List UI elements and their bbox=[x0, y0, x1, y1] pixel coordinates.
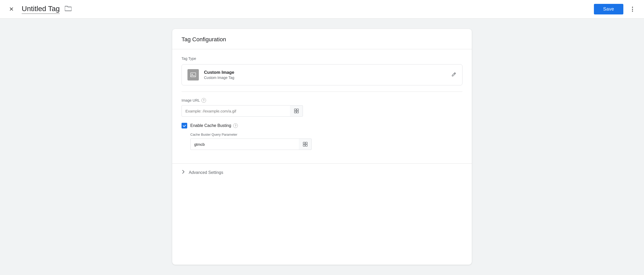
tag-configuration-card: Tag Configuration Tag Type Custom Ima bbox=[172, 29, 472, 265]
tag-type-name: Custom Image bbox=[204, 70, 234, 75]
tag-type-info-left: Custom Image Custom Image Tag bbox=[187, 69, 234, 80]
folder-icon[interactable] bbox=[65, 6, 72, 13]
svg-rect-4 bbox=[294, 111, 296, 113]
header-right: Save ⋮ bbox=[594, 4, 638, 14]
more-vert-icon: ⋮ bbox=[630, 6, 636, 13]
svg-rect-7 bbox=[305, 142, 307, 144]
header: ✕ Untitled Tag Save ⋮ bbox=[0, 0, 644, 19]
image-url-variable-button[interactable] bbox=[290, 105, 303, 117]
card-body: Tag Type Custom Image Custom Image Tag bbox=[172, 49, 472, 163]
save-button[interactable]: Save bbox=[594, 4, 623, 14]
cache-buster-param-label: Cache Buster Query Parameter bbox=[190, 133, 462, 136]
svg-rect-2 bbox=[294, 109, 296, 111]
page-title: Untitled Tag bbox=[22, 5, 60, 14]
svg-rect-5 bbox=[297, 111, 299, 113]
tag-type-details: Custom Image Custom Image Tag bbox=[204, 70, 234, 80]
tag-type-selector[interactable]: Custom Image Custom Image Tag bbox=[182, 64, 462, 85]
cache-busting-help-icon[interactable]: ? bbox=[233, 123, 238, 128]
image-url-input-row bbox=[182, 105, 462, 117]
close-button[interactable]: ✕ bbox=[6, 4, 17, 14]
cache-busting-label-text: Enable Cache Busting bbox=[190, 123, 231, 128]
tag-type-description: Custom Image Tag bbox=[204, 76, 234, 80]
cache-buster-param-variable-button[interactable] bbox=[299, 139, 312, 150]
tag-type-label: Tag Type bbox=[182, 56, 462, 61]
advanced-settings-chevron-icon bbox=[182, 169, 185, 176]
advanced-settings-row[interactable]: Advanced Settings bbox=[172, 163, 472, 181]
main-content: Tag Configuration Tag Type Custom Ima bbox=[0, 19, 644, 275]
cache-busting-checkbox[interactable] bbox=[182, 123, 187, 128]
svg-rect-6 bbox=[303, 142, 305, 144]
advanced-settings-label: Advanced Settings bbox=[189, 170, 223, 175]
svg-rect-9 bbox=[305, 144, 307, 146]
cache-buster-param-input[interactable] bbox=[190, 139, 299, 150]
svg-rect-8 bbox=[303, 144, 305, 146]
cache-buster-param-section: Cache Buster Query Parameter bbox=[190, 133, 462, 150]
cache-busting-label: Enable Cache Busting ? bbox=[190, 123, 238, 128]
svg-point-1 bbox=[192, 74, 193, 75]
image-url-help-icon[interactable]: ? bbox=[201, 98, 206, 103]
header-left: ✕ Untitled Tag bbox=[6, 4, 72, 14]
image-url-label-text: Image URL bbox=[182, 98, 200, 102]
divider-1 bbox=[182, 92, 462, 92]
image-url-label: Image URL ? bbox=[182, 98, 462, 103]
card-header: Tag Configuration bbox=[172, 29, 472, 49]
card-title: Tag Configuration bbox=[182, 36, 226, 43]
svg-rect-3 bbox=[297, 109, 299, 111]
tag-type-icon bbox=[187, 69, 199, 80]
close-icon: ✕ bbox=[9, 6, 14, 13]
more-options-button[interactable]: ⋮ bbox=[627, 4, 638, 14]
cache-buster-param-input-row bbox=[190, 139, 462, 150]
cache-busting-row: Enable Cache Busting ? bbox=[182, 123, 462, 128]
edit-tag-type-icon[interactable] bbox=[451, 72, 457, 78]
image-url-input[interactable] bbox=[182, 105, 290, 117]
